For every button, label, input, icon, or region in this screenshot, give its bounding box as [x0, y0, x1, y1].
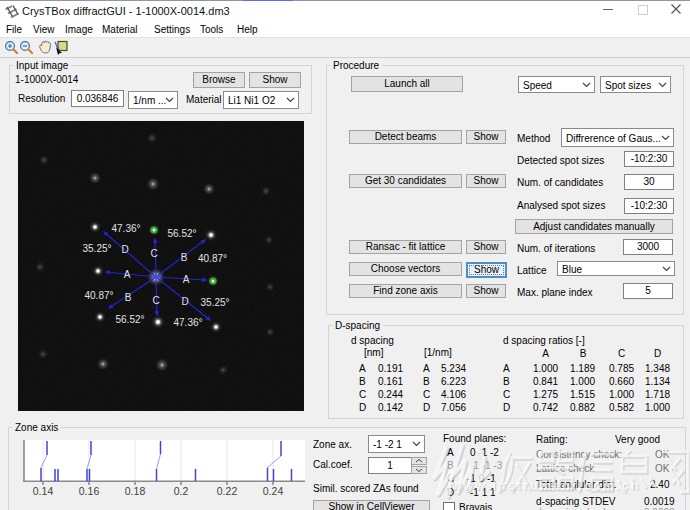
- svg-text:56.52°: 56.52°: [167, 228, 196, 239]
- svg-text:D: D: [121, 244, 128, 255]
- svg-text:40.87°: 40.87°: [84, 290, 113, 301]
- svg-text:47.36°: 47.36°: [173, 317, 202, 328]
- svg-text:0.22: 0.22: [217, 485, 238, 497]
- svg-text:0.16: 0.16: [79, 485, 100, 497]
- svg-text:40.87°: 40.87°: [198, 253, 227, 264]
- svg-text:A: A: [183, 274, 190, 285]
- svg-text:C: C: [150, 248, 157, 259]
- svg-text:C: C: [152, 295, 159, 306]
- svg-text:35.25°: 35.25°: [200, 297, 229, 308]
- svg-text:0.24: 0.24: [263, 485, 284, 497]
- svg-text:0.2: 0.2: [174, 485, 189, 497]
- svg-text:www.instrument.com.cn: www.instrument.com.cn: [451, 479, 641, 493]
- svg-text:B: B: [181, 252, 188, 263]
- svg-text:D: D: [181, 296, 188, 307]
- svg-text:56.52°: 56.52°: [115, 314, 144, 325]
- svg-text:B: B: [125, 292, 132, 303]
- svg-text:47.36°: 47.36°: [111, 223, 140, 234]
- svg-text:35.25°: 35.25°: [82, 243, 111, 254]
- svg-text:0.18: 0.18: [125, 485, 146, 497]
- svg-text:0.14: 0.14: [33, 485, 54, 497]
- svg-text:A: A: [124, 269, 131, 280]
